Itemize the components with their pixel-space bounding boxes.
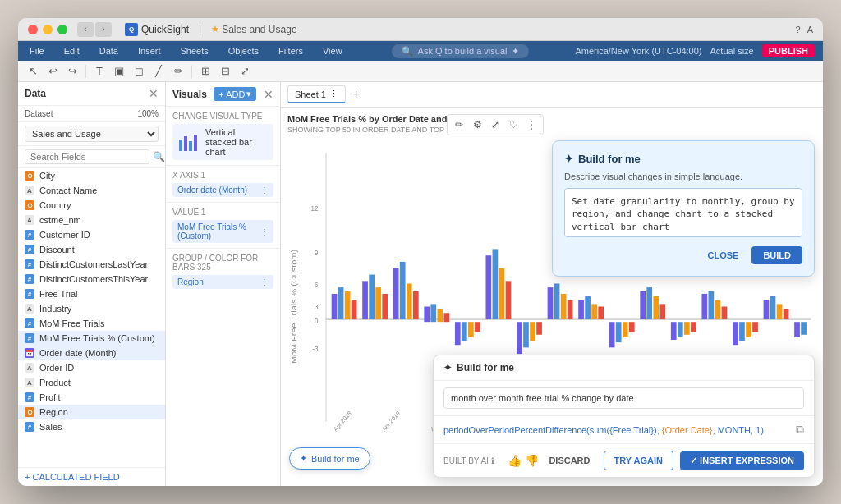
expand-icon[interactable]: ⤢ xyxy=(237,63,253,80)
dataset-label: Dataset xyxy=(25,109,53,118)
field-customer-id-label: Customer ID xyxy=(39,230,90,240)
svg-rect-40 xyxy=(536,322,542,335)
sheet-tab-1[interactable]: Sheet 1 ⋮ xyxy=(287,85,346,103)
field-free-trial-label: Free Trial xyxy=(39,289,77,299)
x-axis-label: X AXIS 1 xyxy=(172,171,273,180)
field-product[interactable]: A Product xyxy=(18,375,165,390)
svg-rect-41 xyxy=(548,287,554,319)
svg-rect-27 xyxy=(437,309,443,323)
text-icon[interactable]: T xyxy=(91,63,108,80)
minimize-traffic-light[interactable] xyxy=(43,25,53,34)
try-again-button[interactable]: TRY AGAIN xyxy=(604,451,674,470)
maximize-icon[interactable]: ⤢ xyxy=(487,117,503,133)
field-order-id[interactable]: A Order ID xyxy=(18,360,165,375)
svg-text:MoM Free Trials % (Custom): MoM Free Trials % (Custom) xyxy=(289,250,297,364)
sheet-name-label: ★ Sales and Usage xyxy=(211,24,296,35)
dataset-selector[interactable]: Sales and Usage xyxy=(25,126,159,142)
field-discount[interactable]: # Discount xyxy=(18,242,165,257)
field-free-trial[interactable]: # Free Trial xyxy=(18,286,165,301)
build-for-me-top-popup: ✦ Build for me Describe visual changes i… xyxy=(552,140,815,277)
menu-view[interactable]: View xyxy=(319,44,346,57)
field-mom-free-trials-custom[interactable]: # MoM Free Trials % (Custom) xyxy=(18,331,165,346)
field-profit[interactable]: # Profit xyxy=(18,390,165,405)
field-dim-icon-3: A xyxy=(25,304,34,314)
chart-area: Sheet 1 ⋮ + MoM Free Trials % by Order D… xyxy=(281,82,823,486)
publish-button[interactable]: PUBLISH xyxy=(762,44,815,57)
ask-q-bar[interactable]: 🔍 Ask Q to build a visual ✦ xyxy=(392,44,530,58)
svg-text:-3: -3 xyxy=(312,344,318,353)
filter-icon[interactable]: ♡ xyxy=(505,117,522,133)
menu-filters[interactable]: Filters xyxy=(275,44,306,57)
help-icon[interactable]: ? xyxy=(796,25,801,34)
value-pill[interactable]: MoM Free Trials % (Custom) ⋮ xyxy=(172,220,273,243)
visuals-panel-close[interactable]: ✕ xyxy=(264,88,273,101)
user-icon[interactable]: A xyxy=(807,25,813,34)
copy-icon[interactable]: ⧉ xyxy=(796,423,804,437)
field-sales[interactable]: # Sales xyxy=(18,419,165,434)
add-visual-button[interactable]: + ADD ▾ xyxy=(214,87,256,101)
pointer-icon[interactable]: ↖ xyxy=(25,63,41,80)
field-city[interactable]: ⊙ City xyxy=(18,168,165,183)
layout-icon[interactable]: ⊟ xyxy=(217,63,233,80)
menu-objects[interactable]: Objects xyxy=(225,44,262,57)
back-arrow[interactable]: ‹ xyxy=(77,22,94,37)
more-options-icon[interactable]: ⋮ xyxy=(523,117,540,133)
field-mom-free-trials[interactable]: # MoM Free Trials xyxy=(18,316,165,331)
chart-title: MoM Free Trials % by Order Date and Regi… xyxy=(287,114,816,124)
field-geo-icon-2: ⊙ xyxy=(25,200,34,210)
chart-settings-icon[interactable]: ⚙ xyxy=(469,117,485,133)
redo-icon[interactable]: ↪ xyxy=(64,63,80,80)
image-icon[interactable]: ▣ xyxy=(111,63,127,80)
menu-edit[interactable]: Edit xyxy=(61,44,83,57)
data-panel-close[interactable]: ✕ xyxy=(149,87,159,100)
x-axis-pill[interactable]: Order date (Month) ⋮ xyxy=(172,183,273,197)
field-customer-id[interactable]: # Customer ID xyxy=(18,227,165,242)
build-popup-textarea[interactable]: Set date granularity to monthly, group b… xyxy=(564,188,802,237)
add-sheet-button[interactable]: + xyxy=(349,87,363,102)
field-country[interactable]: ⊙ Country xyxy=(18,198,165,213)
shape-icon[interactable]: ◻ xyxy=(131,63,147,80)
search-input[interactable] xyxy=(25,149,149,164)
thumbs-down-icon[interactable]: 👎 xyxy=(525,454,539,467)
field-dim-icon: A xyxy=(25,186,34,195)
field-order-date[interactable]: 📅 Order date (Month) xyxy=(18,346,165,360)
undo-icon[interactable]: ↩ xyxy=(44,63,61,80)
forward-arrow[interactable]: › xyxy=(95,22,112,37)
build-popup-build-button[interactable]: BUILD xyxy=(751,246,802,264)
fullscreen-traffic-light[interactable] xyxy=(57,25,67,34)
svg-rect-60 xyxy=(691,322,696,332)
field-industry[interactable]: A Industry xyxy=(18,301,165,316)
svg-text:Apr 2019: Apr 2019 xyxy=(380,410,401,433)
field-distinct-this[interactable]: # DistinctCustomersThisYear xyxy=(18,272,165,286)
dataset-percent: 100% xyxy=(137,109,159,118)
field-contact-name[interactable]: A Contact Name xyxy=(18,183,165,198)
built-by-ai-label: BUILT BY AI ℹ xyxy=(443,456,508,465)
thumbs-up-icon[interactable]: 👍 xyxy=(508,454,522,467)
grid-icon[interactable]: ⊞ xyxy=(197,63,214,80)
menu-file[interactable]: File xyxy=(26,44,48,57)
build-popup-close-button[interactable]: CLOSE xyxy=(701,246,745,264)
pen-icon[interactable]: ✏ xyxy=(170,63,186,80)
visual-type-item[interactable]: Vertical stacked bar chart xyxy=(172,124,273,160)
bottom-dialog: ✦ Build for me periodOverPeriodPercentDi… xyxy=(433,355,815,478)
add-calc-label: + CALCULATED FIELD xyxy=(25,472,120,482)
field-measure-icon-4: # xyxy=(25,274,34,284)
field-cstme-nm[interactable]: A cstme_nm xyxy=(18,213,165,227)
discard-button[interactable]: DISCARD xyxy=(542,451,596,470)
build-for-me-button[interactable]: ✦ Build for me xyxy=(289,447,370,470)
menu-insert[interactable]: Insert xyxy=(135,44,164,57)
svg-rect-23 xyxy=(407,283,412,319)
bottom-dialog-input[interactable] xyxy=(443,387,804,409)
menu-sheets[interactable]: Sheets xyxy=(177,44,211,57)
field-distinct-last[interactable]: # DistinctCustomersLastYear xyxy=(18,257,165,272)
svg-rect-69 xyxy=(764,300,770,319)
add-calculated-field[interactable]: + CALCULATED FIELD xyxy=(18,467,165,486)
pencil-icon[interactable]: ✏ xyxy=(451,117,467,133)
insert-expression-button[interactable]: ✓ INSERT EXPRESSION xyxy=(680,451,804,470)
line-icon[interactable]: ╱ xyxy=(150,63,167,80)
close-traffic-light[interactable] xyxy=(28,25,38,34)
field-region[interactable]: ⊙ Region xyxy=(18,405,165,419)
group-pill[interactable]: Region ⋮ xyxy=(172,275,273,289)
main-layout: Data ✕ Dataset 100% Sales and Usage 🔍 ⊙ … xyxy=(18,82,823,486)
menu-data[interactable]: Data xyxy=(96,44,122,57)
